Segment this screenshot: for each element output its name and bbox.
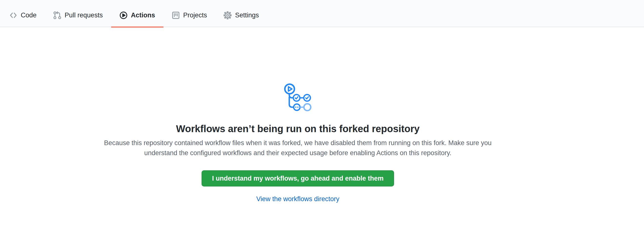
tab-projects-label: Projects [183,12,207,19]
tab-actions-label: Actions [131,12,155,19]
tab-pull-requests-label: Pull requests [65,12,103,19]
play-circle-icon [120,11,128,19]
tab-code[interactable]: Code [1,0,45,27]
tab-code-label: Code [21,12,37,19]
code-icon [9,11,17,19]
tab-projects[interactable]: Projects [164,0,216,27]
gear-icon [224,11,232,19]
workflow-graph-icon [284,83,312,111]
enable-workflows-button[interactable]: I understand my workflows, go ahead and … [202,170,394,186]
tab-settings-label: Settings [235,12,259,19]
view-workflows-directory-link[interactable]: View the workflows directory [256,195,339,203]
tab-settings[interactable]: Settings [215,0,267,27]
tab-actions[interactable]: Actions [111,0,164,27]
actions-disabled-blankslate: Workflows aren’t being run on this forke… [0,27,596,203]
tab-pull-requests[interactable]: Pull requests [45,0,111,27]
git-pull-request-icon [53,11,61,19]
blankslate-description: Because this repository contained workfl… [101,138,494,158]
blankslate-heading: Workflows aren’t being run on this forke… [176,123,420,135]
repo-tab-nav: Code Pull requests Actions [0,0,644,27]
project-board-icon [172,11,180,19]
